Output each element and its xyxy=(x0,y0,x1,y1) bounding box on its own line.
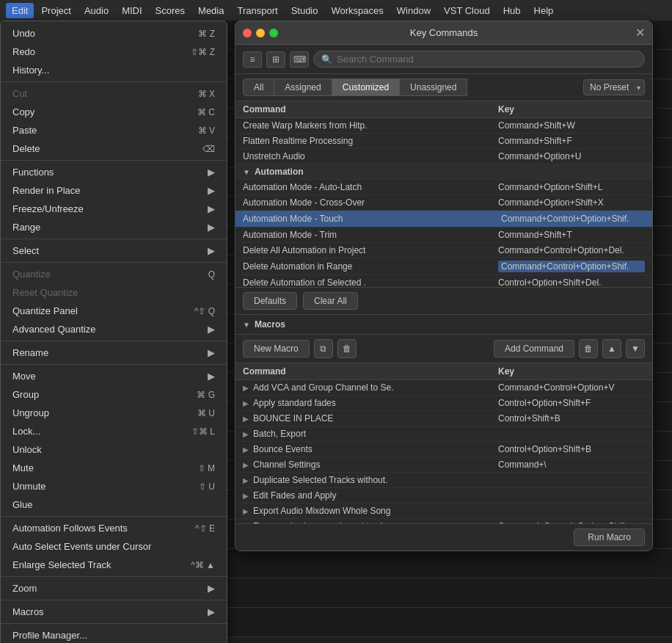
menu-item-zoom[interactable]: Zoom ▶ xyxy=(1,579,227,597)
macro-expand-icon: ▶ xyxy=(243,492,249,500)
menu-vst-cloud[interactable]: VST Cloud xyxy=(438,3,496,18)
run-macro-button[interactable]: Run Macro xyxy=(574,528,645,546)
menu-studio[interactable]: Studio xyxy=(285,3,324,18)
menu-item-profile-manager[interactable]: Profile Manager... xyxy=(1,626,227,643)
row-command-label: Delete Automation in Range xyxy=(243,261,498,272)
menu-item-automation-follows[interactable]: Automation Follows Events ^⇧ E xyxy=(1,519,227,537)
menu-item-rename[interactable]: Rename ▶ xyxy=(1,344,227,362)
toolbar-list-icon[interactable]: ≡ xyxy=(243,51,262,68)
toolbar-keyboard-icon[interactable]: ⌨ xyxy=(290,51,309,68)
tab-customized[interactable]: Customized xyxy=(332,79,400,96)
menu-item-quantize-panel[interactable]: Quantize Panel ^⇧ Q xyxy=(1,302,227,320)
maximize-window-button[interactable] xyxy=(269,29,278,37)
clear-all-button[interactable]: Clear All xyxy=(303,292,358,310)
menu-item-automation-follows-label: Automation Follows Events xyxy=(12,523,128,534)
menu-item-select[interactable]: Select ▶ xyxy=(1,241,227,260)
macro-row-name: Batch, Export xyxy=(253,429,498,439)
menu-project[interactable]: Project xyxy=(35,3,76,18)
table-row[interactable]: Automation Mode - Trim Command+Shift+T xyxy=(235,228,652,243)
menu-workspaces[interactable]: Workspaces xyxy=(326,3,390,18)
menu-item-mute[interactable]: Mute ⇧ M xyxy=(1,459,227,477)
menu-item-move[interactable]: Move ▶ xyxy=(1,367,227,385)
table-row[interactable]: Delete All Automation in Project Command… xyxy=(235,243,652,258)
menu-media[interactable]: Media xyxy=(192,3,230,18)
macros-table-body[interactable]: ▶ Add VCA and Group Channel to Se. Comma… xyxy=(235,380,652,523)
minimize-window-button[interactable] xyxy=(256,29,265,37)
table-row[interactable]: Unstretch Audio Command+Option+U xyxy=(235,149,652,164)
table-row[interactable]: Create Warp Markers from Hitp. Command+S… xyxy=(235,118,652,134)
menu-item-functions[interactable]: Functions ▶ xyxy=(1,163,227,181)
macro-row-key: Command+Control+Option+V xyxy=(498,382,645,393)
macro-delete-icon[interactable]: 🗑 xyxy=(337,339,357,358)
menu-audio[interactable]: Audio xyxy=(78,3,114,18)
macro-row[interactable]: ▶ Bounce Events Control+Option+Shift+B xyxy=(235,442,652,457)
macro-row[interactable]: ▶ Add VCA and Group Channel to Se. Comma… xyxy=(235,380,652,396)
menu-item-ungroup[interactable]: Ungroup ⌘ U xyxy=(1,404,227,422)
macro-row[interactable]: ▶ Channel Settings Command+\ xyxy=(235,457,652,473)
menu-window[interactable]: Window xyxy=(391,3,437,18)
macro-row[interactable]: ▶ Export Audio Mixdown Whole Song xyxy=(235,504,652,519)
macro-row[interactable]: ▶ Batch, Export xyxy=(235,426,652,442)
panel-toolbar: ≡ ⊞ ⌨ 🔍 xyxy=(235,45,652,74)
search-input[interactable] xyxy=(337,54,637,65)
menu-transport[interactable]: Transport xyxy=(231,3,283,18)
table-row[interactable]: Delete Automation of Selected . Control+… xyxy=(235,275,652,287)
menu-midi[interactable]: MIDI xyxy=(116,3,147,18)
toolbar-grid-icon[interactable]: ⊞ xyxy=(266,51,285,68)
menu-item-quantize-panel-shortcut: ^⇧ Q xyxy=(194,306,215,316)
table-row[interactable]: Automation Mode - Cross-Over Command+Opt… xyxy=(235,195,652,211)
macro-move-up-icon[interactable]: ▲ xyxy=(602,339,621,358)
menu-item-paste[interactable]: Paste ⌘ V xyxy=(1,121,227,139)
add-command-button[interactable]: Add Command xyxy=(494,340,574,357)
macro-move-down-icon[interactable]: ▼ xyxy=(626,339,645,358)
render-arrow-icon: ▶ xyxy=(208,185,215,196)
tab-assigned[interactable]: Assigned xyxy=(274,79,332,96)
macro-row[interactable]: ▶ Duplicate Selected Tracks without. xyxy=(235,473,652,488)
defaults-button[interactable]: Defaults xyxy=(243,292,297,310)
menu-help[interactable]: Help xyxy=(528,3,560,18)
menu-item-automation-follows-shortcut: ^⇧ E xyxy=(195,523,215,534)
menu-item-history[interactable]: History... xyxy=(1,61,227,79)
menu-item-lock[interactable]: Lock... ⇧⌘ L xyxy=(1,422,227,440)
menu-item-group-shortcut: ⌘ G xyxy=(197,390,215,400)
menu-item-macros[interactable]: Macros ▶ xyxy=(1,603,227,621)
menu-scores[interactable]: Scores xyxy=(150,3,191,18)
tab-unassigned[interactable]: Unassigned xyxy=(399,79,467,96)
menu-item-quantize-shortcut: Q xyxy=(208,269,215,280)
menu-item-undo[interactable]: Undo ⌘ Z xyxy=(1,24,227,43)
table-row[interactable]: Delete Automation in Range Command+Contr… xyxy=(235,258,652,275)
menu-item-copy[interactable]: Copy ⌘ C xyxy=(1,103,227,121)
menu-item-glue[interactable]: Glue xyxy=(1,495,227,514)
menu-item-unmute[interactable]: Unmute ⇧ U xyxy=(1,477,227,495)
menu-hub[interactable]: Hub xyxy=(497,3,527,18)
close-window-button[interactable] xyxy=(243,29,252,37)
menu-item-group[interactable]: Group ⌘ G xyxy=(1,385,227,404)
table-row[interactable]: Automation Mode - Auto-Latch Command+Opt… xyxy=(235,180,652,195)
macro-row[interactable]: ▶ Apply standard fades Control+Option+Sh… xyxy=(235,396,652,411)
macro-row[interactable]: ▶ BOUNCE IN PLACE Control+Shift+B xyxy=(235,411,652,426)
menu-item-redo[interactable]: Redo ⇧⌘ Z xyxy=(1,43,227,61)
macro-row[interactable]: ▶ Edit Fades and Apply xyxy=(235,488,652,504)
macro-duplicate-icon[interactable]: ⧉ xyxy=(314,339,333,358)
menu-item-freeze[interactable]: Freeze/Unfreeze ▶ xyxy=(1,200,227,218)
new-macro-button[interactable]: New Macro xyxy=(243,340,310,357)
menu-item-unlock[interactable]: Unlock xyxy=(1,440,227,459)
menu-item-auto-select[interactable]: Auto Select Events under Cursor xyxy=(1,537,227,556)
table-row-selected[interactable]: Automation Mode - Touch Command+Control+… xyxy=(235,211,652,228)
macro-row-key: Control+Option+Shift+F xyxy=(498,398,645,408)
preset-dropdown[interactable]: No Preset xyxy=(583,79,645,95)
commands-table-body[interactable]: Create Warp Markers from Hitp. Command+S… xyxy=(235,118,652,287)
row-key-value: Command+Option+Shift+L xyxy=(498,182,645,192)
menu-item-enlarge-track[interactable]: Enlarge Selected Track ^⌘ ▲ xyxy=(1,556,227,574)
menu-item-advanced-quantize[interactable]: Advanced Quantize ▶ xyxy=(1,320,227,338)
table-row[interactable]: Flatten Realtime Processing Command+Shif… xyxy=(235,134,652,149)
panel-close-icon[interactable]: ✕ xyxy=(635,27,645,39)
menu-item-render-in-place[interactable]: Render in Place ▶ xyxy=(1,181,227,200)
macro-remove-command-icon[interactable]: 🗑 xyxy=(579,339,598,358)
menu-item-range[interactable]: Range ▶ xyxy=(1,218,227,236)
menu-item-delete[interactable]: Delete ⌫ xyxy=(1,139,227,158)
macro-row[interactable]: ▶ Export selection on selected track. Co… xyxy=(235,519,652,523)
menu-item-cut-shortcut: ⌘ X xyxy=(198,89,215,99)
tab-all[interactable]: All xyxy=(243,79,274,96)
menu-edit[interactable]: Edit xyxy=(6,3,34,18)
